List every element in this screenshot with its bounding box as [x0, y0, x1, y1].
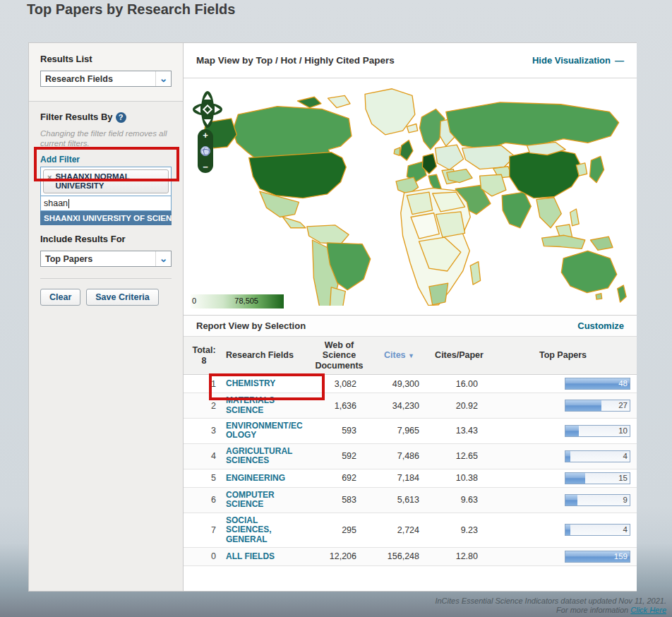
row-field-cell: CHEMISTRY	[224, 375, 309, 393]
row-field-cell: AGRICULTURAL SCIENCES	[224, 443, 309, 469]
table-row: 7 SOCIAL SCIENCES, GENERAL 295 2,724 9.2…	[184, 513, 637, 547]
column-header-cites-sorted[interactable]: Cites ▼	[369, 337, 429, 375]
help-icon[interactable]: ?	[116, 112, 126, 123]
dataset-update-note: InCites Essential Science Indicators dat…	[435, 597, 666, 606]
row-field-cell: ALL FIELDS	[224, 547, 309, 565]
top-papers-bar: 15	[565, 472, 630, 484]
page-title: Top Papers by Research Fields	[27, 1, 235, 18]
row-cites-per-paper: 10.38	[429, 469, 489, 487]
filter-input-value: shaan	[44, 198, 68, 208]
include-results-label: Include Results For	[40, 234, 172, 244]
table-row: 6 COMPUTER SCIENCE 583 5,613 9.63 9	[184, 487, 637, 513]
research-field-link[interactable]: COMPUTER SCIENCE	[226, 491, 305, 510]
top-papers-bar: 10	[565, 425, 630, 437]
row-wos-documents: 692	[309, 469, 369, 487]
map-zoom-control[interactable]: + −	[198, 129, 213, 173]
row-cites-per-paper: 12.65	[429, 443, 489, 469]
row-rank: 3	[184, 419, 224, 444]
top-papers-bar: 27	[565, 400, 630, 412]
report-table-header-row: Total: 8 Research Fields Web of Science …	[184, 337, 637, 375]
chevron-down-icon: ⌄	[155, 71, 171, 86]
row-wos-documents: 295	[309, 513, 369, 547]
main-content: Map View by Top / Hot / Highly Cited Pap…	[184, 43, 637, 591]
map-pan-control[interactable]	[192, 90, 223, 129]
row-top-papers-cell: 159	[489, 547, 637, 565]
row-rank: 6	[184, 487, 224, 513]
top-papers-value: 4	[623, 452, 628, 460]
click-here-link[interactable]: Click Here	[630, 606, 666, 614]
filter-search-input[interactable]: shaan	[40, 196, 172, 211]
row-cites-per-paper: 9.63	[429, 487, 489, 513]
more-info-text: For more information	[556, 606, 630, 614]
row-cites-per-paper: 20.92	[429, 393, 489, 419]
research-field-link[interactable]: ENGINEERING	[226, 474, 285, 483]
top-papers-bar: 4	[565, 524, 630, 536]
research-field-link[interactable]: MATERIALS SCIENCE	[226, 396, 305, 415]
row-rank: 2	[184, 393, 224, 419]
map-header: Map View by Top / Hot / Highly Cited Pap…	[184, 43, 637, 78]
report-table-body: 1 CHEMISTRY 3,082 49,300 16.00 48 2 MATE…	[184, 375, 637, 566]
table-row: 3 ENVIRONMENT/ECOLOGY 593 7,965 13.43 10	[184, 419, 637, 444]
column-header-research-fields[interactable]: Research Fields	[224, 337, 309, 375]
column-header-top-papers[interactable]: Top Papers	[489, 337, 637, 375]
top-papers-value: 15	[618, 474, 628, 482]
sidebar: Results List Research Fields ⌄ Filter Re…	[29, 43, 184, 591]
top-papers-value: 4	[623, 525, 628, 534]
sort-desc-icon: ▼	[408, 352, 414, 359]
filter-tag-shaanxi-normal[interactable]: × SHAANXI NORMAL UNIVERSITY	[43, 169, 169, 193]
top-papers-bar-fill	[565, 451, 570, 462]
research-field-link[interactable]: SOCIAL SCIENCES, GENERAL	[226, 516, 305, 544]
dataset-footer: InCites Essential Science Indicators dat…	[435, 597, 666, 614]
save-criteria-button[interactable]: Save Criteria	[86, 289, 158, 306]
collapse-icon: —	[615, 55, 624, 66]
results-list-select[interactable]: Research Fields ⌄	[40, 71, 172, 87]
row-wos-documents: 593	[309, 419, 369, 444]
top-papers-bar: 9	[565, 494, 630, 506]
filter-results-by-label: Filter Results By?	[40, 112, 172, 123]
research-field-link[interactable]: AGRICULTURAL SCIENCES	[226, 447, 305, 466]
top-papers-value: 10	[618, 426, 628, 435]
legend-min-label: 0	[192, 296, 196, 305]
include-results-selected-value: Top Papers	[41, 254, 155, 264]
zoom-in-icon[interactable]: +	[203, 131, 208, 140]
world-map[interactable]	[196, 81, 628, 306]
clear-button[interactable]: Clear	[40, 289, 80, 306]
row-cites: 5,613	[369, 487, 429, 513]
row-wos-documents: 583	[309, 487, 369, 513]
customize-link[interactable]: Customize	[577, 321, 624, 331]
row-cites-per-paper: 13.43	[429, 419, 489, 444]
filter-tag-label: SHAANXI NORMAL UNIVERSITY	[55, 172, 164, 191]
add-filter-label: Add Filter	[40, 155, 172, 164]
research-field-link[interactable]: ALL FIELDS	[226, 552, 275, 561]
hide-visualization-link[interactable]: Hide Visualization—	[532, 55, 624, 66]
row-rank: 0	[184, 547, 224, 565]
research-field-link[interactable]: CHEMISTRY	[226, 379, 275, 388]
top-papers-bar: 48	[565, 378, 630, 390]
column-header-cites-per-paper[interactable]: Cites/Paper	[429, 337, 489, 375]
globe-icon[interactable]	[200, 146, 210, 156]
row-rank: 4	[184, 443, 224, 469]
table-row: 0 ALL FIELDS 12,206 156,248 12.80 159	[184, 547, 637, 565]
filter-suggestion-item[interactable]: SHAANXI UNIVERSITY OF SCIENC	[40, 211, 172, 225]
top-papers-bar-fill	[565, 400, 601, 411]
filter-tags-container[interactable]: × SHAANXI NORMAL UNIVERSITY	[40, 167, 172, 196]
column-header-wos-documents[interactable]: Web of Science Documents	[309, 337, 369, 375]
row-cites: 7,486	[369, 443, 429, 469]
row-cites: 7,184	[369, 469, 429, 487]
row-rank: 1	[184, 375, 224, 393]
remove-filter-icon[interactable]: ×	[47, 173, 52, 181]
top-papers-bar-fill	[565, 473, 585, 484]
research-field-link[interactable]: ENVIRONMENT/ECOLOGY	[226, 421, 305, 441]
row-cites: 2,724	[369, 513, 429, 547]
report-view-title: Report View by Selection	[196, 321, 577, 331]
top-papers-bar: 4	[565, 450, 630, 462]
main-panel: Results List Research Fields ⌄ Filter Re…	[28, 42, 637, 592]
include-results-select[interactable]: Top Papers ⌄	[40, 251, 172, 267]
row-top-papers-cell: 10	[489, 419, 637, 444]
row-cites: 7,965	[369, 419, 429, 444]
row-top-papers-cell: 4	[489, 443, 637, 469]
top-papers-value: 27	[618, 401, 628, 409]
table-row: 5 ENGINEERING 692 7,184 10.38 15	[184, 469, 637, 487]
zoom-out-icon[interactable]: −	[203, 162, 208, 172]
row-top-papers-cell: 48	[489, 375, 637, 393]
